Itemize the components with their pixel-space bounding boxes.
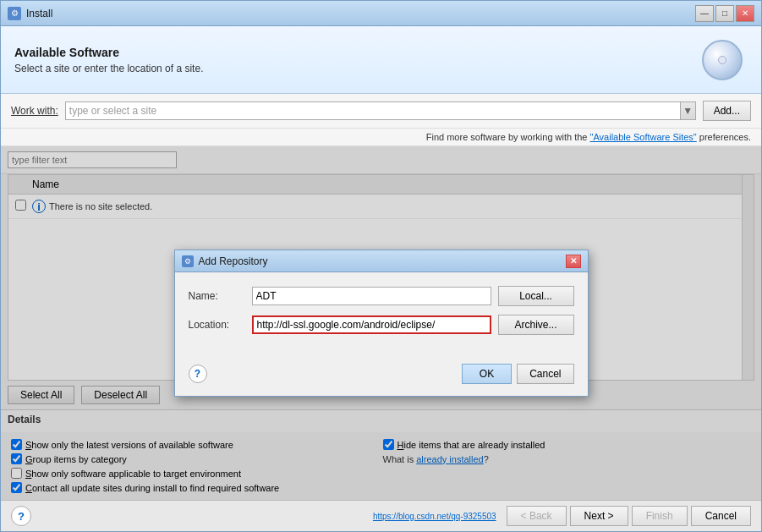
name-row: Name: Local... [189, 286, 574, 306]
dialog-title: Add Repository [199, 255, 566, 267]
add-repository-dialog: ⚙ Add Repository ✕ Name: Local... Locati… [174, 250, 589, 397]
info-suffix: preferences. [699, 132, 751, 142]
work-with-combo[interactable]: type or select a site ▼ [65, 101, 696, 120]
info-row: Find more software by working with the "… [1, 129, 761, 146]
dialog-close-button[interactable]: ✕ [566, 255, 581, 268]
dialog-overlay: ⚙ Add Repository ✕ Name: Local... Locati… [1, 146, 761, 500]
cd-icon [702, 40, 743, 80]
dialog-help-button[interactable]: ? [189, 365, 207, 383]
help-button[interactable]: ? [11, 506, 31, 526]
close-button[interactable]: ✕ [736, 5, 754, 22]
cd-center [718, 56, 726, 64]
dialog-icon: ⚙ [182, 255, 194, 267]
window-title: Install [26, 8, 695, 19]
main-content: Name i There is no site selected. Select… [1, 146, 761, 500]
title-bar: ⚙ Install — □ ✕ [1, 1, 761, 26]
window-controls: — □ ✕ [695, 5, 754, 22]
location-row: Location: Archive... [189, 315, 574, 335]
footer-url: https://blog.csdn.net/qq-9325503 [373, 512, 496, 521]
work-with-row: Work with: type or select a site ▼ Add..… [1, 94, 761, 129]
finish-button[interactable]: Finish [632, 506, 688, 526]
name-label: Name: [189, 290, 252, 302]
combo-placeholder: type or select a site [69, 105, 156, 117]
cancel-button[interactable]: Cancel [691, 506, 751, 526]
minimize-button[interactable]: — [695, 5, 714, 22]
page-title: Available Software [14, 46, 697, 59]
combo-dropdown-arrow[interactable]: ▼ [680, 102, 695, 119]
local-button[interactable]: Local... [498, 286, 574, 306]
location-label: Location: [189, 319, 252, 331]
info-text: Find more software by working with the [426, 132, 588, 142]
dialog-footer: ? OK Cancel [175, 357, 588, 396]
available-software-sites-link[interactable]: "Available Software Sites" [590, 132, 697, 142]
next-button[interactable]: Next > [570, 506, 628, 526]
dialog-cancel-button[interactable]: Cancel [517, 364, 573, 384]
back-button[interactable]: < Back [507, 506, 567, 526]
footer: ? https://blog.csdn.net/qq-9325503 < Bac… [1, 500, 761, 531]
add-button[interactable]: Add... [703, 101, 751, 121]
page-subtitle: Select a site or enter the location of a… [14, 63, 697, 74]
header-content: Available Software Select a site or ente… [14, 46, 697, 74]
archive-button[interactable]: Archive... [498, 315, 574, 335]
main-window: ⚙ Install — □ ✕ Available Software Selec… [0, 0, 762, 532]
dialog-body: Name: Local... Location: Archive... [175, 272, 588, 357]
name-input[interactable] [252, 287, 491, 305]
header-area: Available Software Select a site or ente… [1, 26, 761, 94]
ok-button[interactable]: OK [462, 364, 512, 384]
work-with-label[interactable]: Work with: [11, 105, 58, 117]
restore-button[interactable]: □ [715, 5, 734, 22]
window-icon: ⚙ [8, 7, 21, 20]
header-icon-area [697, 36, 748, 83]
dialog-title-bar: ⚙ Add Repository ✕ [175, 250, 588, 272]
location-input[interactable] [252, 315, 491, 334]
